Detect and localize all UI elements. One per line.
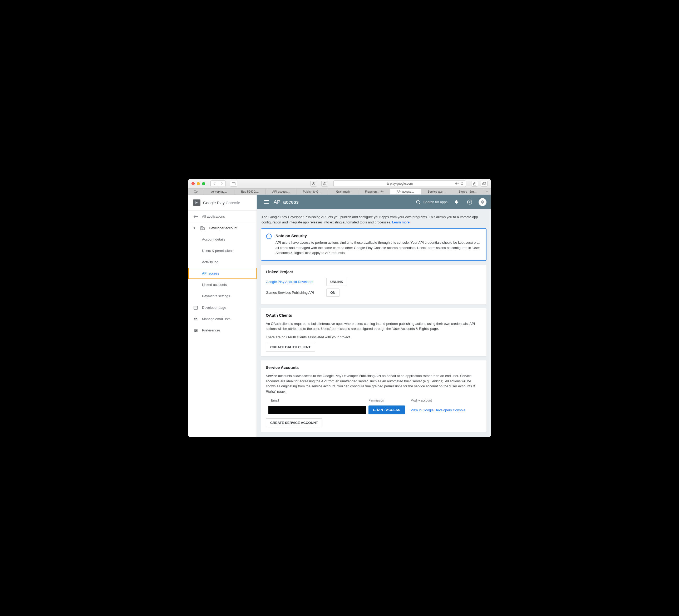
- page-title: API access: [273, 199, 299, 205]
- search-apps[interactable]: Search for apps: [416, 200, 448, 205]
- grant-access-button[interactable]: Grant Access: [368, 405, 405, 414]
- note-text: API users have access to perform actions…: [276, 240, 481, 255]
- topbar: API access Search for apps ?: [257, 195, 491, 209]
- notifications-button[interactable]: [452, 198, 461, 206]
- tab[interactable]: Stores · Sm…: [452, 189, 483, 194]
- svg-rect-0: [232, 182, 235, 185]
- svg-point-33: [482, 201, 483, 202]
- tab-active[interactable]: API access…: [390, 189, 421, 194]
- th-email: Email: [268, 399, 368, 402]
- sidebar-toggle-button[interactable]: [230, 181, 237, 187]
- svg-rect-13: [202, 227, 202, 228]
- web-page-icon: [193, 306, 198, 310]
- tab-label: API access…: [272, 190, 290, 193]
- intro-text: The Google Play Developer Publishing API…: [261, 213, 486, 228]
- tab[interactable]: Service acc…: [421, 189, 452, 194]
- sidebar-item-manage-email-lists[interactable]: Manage email lists: [188, 313, 257, 325]
- tab[interactable]: Publish to G…: [297, 189, 328, 194]
- create-oauth-client-button[interactable]: Create OAuth Client: [266, 343, 315, 351]
- service-table-row: Grant Access View in Google Developers C…: [266, 404, 482, 416]
- service-title: Service Accounts: [266, 365, 482, 370]
- back-button[interactable]: [211, 181, 218, 187]
- tab[interactable]: Co: [188, 189, 203, 194]
- tab-label: Fragmen…: [365, 190, 380, 193]
- tabs-overview-button[interactable]: [481, 181, 487, 187]
- people-icon: [193, 317, 198, 321]
- tab[interactable]: Bug 59400:…: [234, 189, 265, 194]
- url-host: play.google.com: [390, 182, 413, 185]
- sidebar-item-label: Users & permissions: [202, 249, 233, 253]
- oauth-clients-panel: OAuth Clients An OAuth client is require…: [261, 308, 486, 357]
- tab-label: Bug 59400:…: [241, 190, 259, 193]
- th-permission: Permission: [368, 399, 411, 402]
- url-bar[interactable]: play.google.com: [333, 181, 466, 187]
- tab[interactable]: API access…: [266, 189, 297, 194]
- service-body: Service accounts allow access to the Goo…: [266, 373, 482, 394]
- svg-rect-9: [483, 182, 486, 184]
- view-developers-console-link[interactable]: View in Google Developers Console: [411, 408, 465, 412]
- building-icon: [200, 226, 205, 230]
- account-avatar[interactable]: [479, 198, 486, 206]
- new-tab-button[interactable]: +: [483, 189, 491, 194]
- help-button[interactable]: ?: [465, 198, 474, 206]
- sidebar-item-users-permissions[interactable]: Users & permissions: [188, 245, 257, 256]
- reader-audio-icon[interactable]: [455, 182, 459, 185]
- learn-more-link[interactable]: Learn more: [392, 220, 410, 224]
- tab[interactable]: Fragmen…: [359, 189, 390, 194]
- games-api-row: Games Services Publishing API On: [266, 288, 482, 297]
- extension-button-1[interactable]: [310, 181, 317, 187]
- linked-project-title: Linked Project: [266, 270, 482, 274]
- tabstrip: Co delivery.ac… Bug 59400:… API access… …: [188, 188, 491, 194]
- developer-account-group[interactable]: ▼ Developer account: [188, 222, 257, 234]
- svg-rect-6: [387, 183, 389, 185]
- games-api-toggle-button[interactable]: On: [326, 288, 340, 297]
- svg-rect-11: [203, 228, 204, 230]
- hamburger-menu-button[interactable]: [261, 197, 271, 207]
- all-applications-label: All applications: [202, 214, 225, 218]
- svg-point-29: [416, 200, 419, 203]
- sidebar-item-label: Activity log: [202, 260, 218, 264]
- create-service-account-button[interactable]: Create Service Account: [266, 419, 322, 427]
- main: API access Search for apps ?: [257, 195, 491, 437]
- tab[interactable]: delivery.ac…: [203, 189, 234, 194]
- arrow-back-icon: [193, 215, 198, 218]
- note-body: Note on Security API users have access t…: [276, 234, 481, 255]
- unlink-button[interactable]: Unlink: [326, 278, 347, 286]
- sidebar-item-account-details[interactable]: Account details: [188, 234, 257, 245]
- service-accounts-panel: Service Accounts Service accounts allow …: [261, 361, 486, 432]
- service-table-head: Email Permission Modify account: [266, 397, 482, 404]
- titlebar: i play.google.com: [188, 179, 491, 188]
- svg-rect-15: [202, 228, 202, 228]
- sidebar-item-label: Linked accounts: [202, 283, 227, 287]
- games-api-label: Games Services Publishing API: [266, 290, 326, 295]
- sidebar-item-label: Preferences: [202, 328, 221, 332]
- tab[interactable]: Grammarly: [328, 189, 359, 194]
- all-applications-link[interactable]: All applications: [188, 211, 257, 222]
- share-button[interactable]: [471, 181, 478, 187]
- nav-back-forward: [211, 181, 226, 187]
- tab-label: Grammarly: [336, 190, 350, 193]
- sidebar-item-activity-log[interactable]: Activity log: [188, 256, 257, 268]
- svg-point-3: [313, 183, 314, 184]
- redacted-email: [268, 406, 366, 414]
- extension-button-2[interactable]: i: [321, 181, 328, 187]
- sidebar-item-label: Account details: [202, 237, 225, 241]
- brand[interactable]: Google Play Console: [188, 195, 257, 211]
- sidebar-item-payments-settings[interactable]: Payments settings: [188, 290, 257, 302]
- sidebar-item-api-access[interactable]: API access: [188, 268, 257, 279]
- safari-window: i play.google.com Co delivery.ac…: [188, 179, 491, 437]
- lock-icon: [387, 182, 389, 185]
- forward-button[interactable]: [218, 181, 225, 187]
- sidebar-item-linked-accounts[interactable]: Linked accounts: [188, 279, 257, 290]
- sidebar-item-label: API access: [202, 271, 219, 275]
- maximize-window-button[interactable]: [202, 182, 205, 185]
- linked-project-link[interactable]: Google Play Android Developer: [266, 280, 314, 284]
- close-window-button[interactable]: [192, 182, 195, 185]
- reload-icon[interactable]: [460, 182, 463, 185]
- svg-rect-8: [483, 183, 485, 185]
- sidebar-item-developer-page[interactable]: Developer page: [188, 302, 257, 313]
- minimize-window-button[interactable]: [197, 182, 200, 185]
- svg-rect-14: [201, 228, 202, 228]
- sidebar-item-preferences[interactable]: Preferences: [188, 325, 257, 336]
- svg-rect-35: [269, 236, 269, 238]
